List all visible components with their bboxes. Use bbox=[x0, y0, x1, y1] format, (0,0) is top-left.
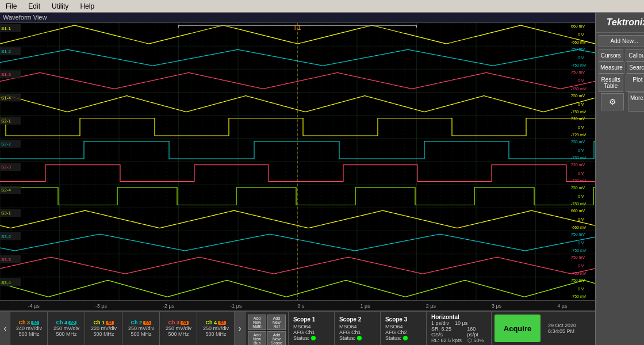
ch4-2-freq: 500 MHz bbox=[205, 331, 226, 337]
ch3-2-badge: S3 bbox=[181, 321, 189, 325]
ch1-val: 220 mV/div bbox=[91, 325, 117, 331]
ch1-freq: 500 MHz bbox=[93, 331, 114, 337]
ch3-badge: S2 bbox=[31, 321, 40, 325]
scope3-title: Scope 3 bbox=[385, 316, 421, 323]
results-table-button[interactable]: Results Table bbox=[599, 74, 623, 92]
plot-button[interactable]: Plot bbox=[626, 74, 644, 92]
panel-btn-row-3: Results Table Plot bbox=[596, 74, 644, 92]
scope2-block: Scope 2 MSO64 AFG Ch1 Status: bbox=[335, 312, 381, 345]
horiz-fifty: ⬡ 50% bbox=[467, 338, 484, 343]
time-label-8: 4 µs bbox=[557, 303, 567, 309]
search-button[interactable]: Search bbox=[627, 62, 644, 74]
scope1-status-dot bbox=[311, 336, 316, 340]
menubar: File Edit Utility Help bbox=[0, 0, 644, 13]
right-panel: Tektronix Add New... Cursors Callout Mea… bbox=[595, 13, 644, 345]
scope3-afg: AFG Ch2 bbox=[385, 329, 421, 335]
scope3-status: Status: bbox=[385, 335, 421, 341]
ch3-2-freq: 500 MHz bbox=[168, 331, 189, 337]
time-label-3: -1 µs bbox=[230, 303, 241, 309]
scope1-model: MSO64 bbox=[293, 324, 329, 329]
add-new-button[interactable]: Add New... bbox=[599, 35, 644, 47]
ch2-badge: S3 bbox=[143, 321, 152, 325]
date-label: 29 Oct 2020 bbox=[548, 323, 591, 328]
more-button[interactable]: More... bbox=[628, 92, 644, 112]
ch3-val: 240 mV/div bbox=[16, 325, 42, 331]
panel-btn-row-2: Measure Search bbox=[596, 62, 644, 74]
waveform-area: Waveform View -4 µs -3 µs -2 µs -1 µs 0 … bbox=[0, 13, 595, 310]
scope2-title: Scope 2 bbox=[339, 316, 375, 323]
nav-right-arrow[interactable]: › bbox=[235, 312, 245, 345]
acquire-button[interactable]: Acquire bbox=[494, 315, 540, 342]
add-btn-group: Add New Math Add New Ref Add New Bus Add… bbox=[246, 312, 289, 345]
scope1-afg: AFG Ch1 bbox=[293, 329, 329, 335]
ch4-1-freq: 500 MHz bbox=[56, 331, 76, 337]
time-label-5: 1 µs bbox=[361, 303, 370, 309]
ch3-2-block[interactable]: Ch 3 S3 250 mV/div 500 MHz bbox=[160, 312, 197, 345]
nav-left-arrow[interactable]: ‹ bbox=[0, 312, 10, 345]
ch3-2-val: 250 mV/div bbox=[166, 325, 191, 331]
ch2-label: Ch 2 bbox=[131, 320, 142, 325]
menu-edit[interactable]: Edit bbox=[22, 1, 46, 12]
ch2-val: 250 mV/div bbox=[128, 325, 154, 331]
time-label-6: 2 µs bbox=[426, 303, 436, 309]
menu-file[interactable]: File bbox=[0, 1, 22, 12]
ch4-1-val: 250 mV/div bbox=[53, 325, 79, 331]
horiz-rl: 160 ps/pt bbox=[467, 326, 486, 338]
ch4-1-label: Ch 4 bbox=[56, 320, 67, 325]
datetime-block: 29 Oct 2020 6:34:05 PM bbox=[543, 312, 595, 345]
horiz-title: Horizontal bbox=[431, 314, 486, 320]
time-label-2: -2 µs bbox=[163, 303, 174, 309]
bottom-bar: ‹ Ch 3 S2 240 mV/div 500 MHz Ch 4 S2 250… bbox=[0, 310, 595, 345]
menu-help[interactable]: Help bbox=[74, 1, 100, 12]
add-scope-btn[interactable]: Add New Scope bbox=[267, 331, 286, 345]
scope1-block: Scope 1 MSO64 AFG Ch1 Status: bbox=[289, 312, 335, 345]
scope2-status-dot bbox=[357, 336, 362, 340]
scope2-model: MSO64 bbox=[339, 324, 375, 329]
waveform-canvas-container[interactable] bbox=[0, 23, 595, 300]
time-label-1: -3 µs bbox=[95, 303, 107, 309]
add-bus-btn[interactable]: Add New Bus bbox=[248, 331, 266, 345]
callout-button[interactable]: Callout bbox=[626, 49, 644, 62]
cursors-button[interactable]: Cursors bbox=[599, 49, 623, 62]
time-label-display: 6:34:05 PM bbox=[548, 328, 591, 334]
ch4-2-badge: S3 bbox=[218, 321, 227, 325]
horiz-val1: 1 ps/div bbox=[431, 320, 449, 326]
waveform-title: Waveform View bbox=[0, 13, 595, 23]
horiz-val2: 10 µs bbox=[455, 320, 467, 326]
ch3-freq: 500 MHz bbox=[18, 331, 39, 337]
scope1-title: Scope 1 bbox=[293, 316, 329, 323]
panel-btn-row-4: ⚙ More... bbox=[596, 92, 644, 112]
measure-button[interactable]: Measure bbox=[599, 62, 624, 74]
panel-btn-row-1: Cursors Callout bbox=[596, 49, 644, 62]
ch4-2-block[interactable]: Ch 4 S3 250 mV/div 500 MHz bbox=[197, 312, 235, 345]
scope3-status-dot bbox=[403, 336, 408, 340]
time-label-7: 3 µs bbox=[492, 303, 501, 309]
ch2-block[interactable]: Ch 2 S3 250 mV/div 500 MHz bbox=[122, 312, 160, 345]
ch3-label: Ch 3 bbox=[18, 320, 30, 325]
main-layout: Waveform View -4 µs -3 µs -2 µs -1 µs 0 … bbox=[0, 13, 644, 345]
time-axis: -4 µs -3 µs -2 µs -1 µs 0 s 1 µs 2 µs 3 … bbox=[0, 300, 595, 310]
time-label-0: -4 µs bbox=[28, 303, 40, 309]
waveform-canvas bbox=[0, 23, 595, 300]
scope3-model: MSO64 bbox=[385, 324, 421, 329]
tektronix-logo: Tektronix bbox=[596, 13, 644, 33]
time-label-4: 0 s bbox=[297, 303, 304, 309]
ch4-1-badge: S2 bbox=[68, 321, 77, 325]
scope2-status: Status: bbox=[339, 335, 375, 341]
add-math-btn[interactable]: Add New Math bbox=[248, 315, 266, 330]
horiz-ref: RL: 62.5 kpts bbox=[431, 338, 462, 343]
ch4-1-block[interactable]: Ch 4 S2 250 mV/div 500 MHz bbox=[48, 312, 85, 345]
add-ref-btn[interactable]: Add New Ref bbox=[267, 315, 286, 330]
ch3-block[interactable]: Ch 3 S2 240 mV/div 500 MHz bbox=[10, 312, 48, 345]
ch1-label: Ch 1 bbox=[93, 320, 105, 325]
ch1-badge: S3 bbox=[106, 321, 114, 325]
horiz-sr: SR: 6.25 GS/s bbox=[431, 326, 461, 338]
ch1-block[interactable]: Ch 1 S3 220 mV/div 500 MHz bbox=[85, 312, 122, 345]
scope1-status: Status: bbox=[293, 335, 329, 341]
ch4-2-label: Ch 4 bbox=[205, 320, 217, 325]
menu-utility[interactable]: Utility bbox=[46, 1, 74, 12]
ch3-2-label: Ch 3 bbox=[168, 320, 179, 325]
scope2-afg: AFG Ch1 bbox=[339, 329, 375, 335]
ch4-2-val: 250 mV/div bbox=[203, 325, 229, 331]
settings-icon-button[interactable]: ⚙ bbox=[601, 93, 624, 110]
